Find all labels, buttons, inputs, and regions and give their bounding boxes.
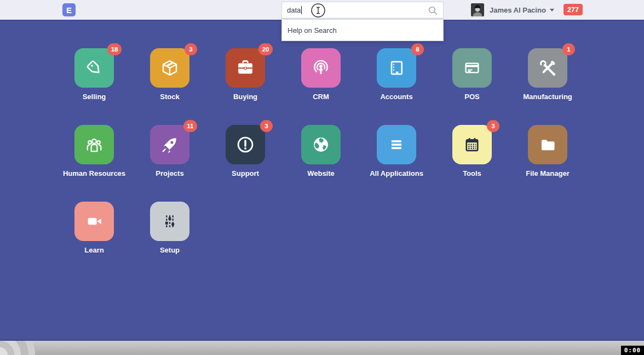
desktop-strip: [0, 341, 644, 355]
broadcast-person-icon[interactable]: [301, 48, 341, 88]
module-badge: 3: [260, 120, 273, 132]
user-menu[interactable]: James Al Pacino: [471, 0, 554, 20]
module-pos[interactable]: POS: [434, 48, 510, 101]
module-label: Tools: [463, 169, 481, 178]
module-label: Accounts: [380, 93, 412, 101]
credit-card-icon[interactable]: [452, 48, 492, 88]
wrench-screwdriver-icon[interactable]: [528, 48, 567, 88]
notification-count-badge[interactable]: 277: [564, 4, 583, 15]
module-learn[interactable]: Learn: [56, 202, 132, 254]
box-icon[interactable]: [150, 48, 189, 88]
module-label: Projects: [156, 169, 183, 178]
module-badge: 18: [107, 43, 122, 55]
module-badge: 8: [411, 43, 424, 55]
module-label: Stock: [160, 93, 179, 101]
module-accounts[interactable]: 8Accounts: [359, 48, 434, 101]
module-row: 18Selling 3Stock 20Buying CRM 8Accounts …: [56, 48, 585, 101]
module-label: Manufacturing: [523, 93, 572, 101]
calendar-icon[interactable]: [452, 125, 492, 164]
search-input-value: data: [287, 6, 301, 14]
module-label: File Manager: [526, 169, 569, 178]
module-selling[interactable]: 18Selling: [56, 48, 132, 101]
module-badge: 1: [562, 43, 575, 55]
briefcase-icon[interactable]: [226, 48, 265, 88]
rocket-icon[interactable]: [150, 125, 189, 164]
sliders-icon[interactable]: [150, 202, 189, 241]
search-input[interactable]: data: [281, 2, 444, 19]
search-icon[interactable]: [427, 5, 438, 16]
module-label: Website: [307, 169, 335, 178]
help-on-search-item[interactable]: Help on Search: [288, 26, 337, 35]
module-label: Human Resources: [63, 169, 125, 178]
tag-icon[interactable]: [74, 48, 114, 88]
module-file-manager[interactable]: File Manager: [510, 125, 585, 178]
menu-icon[interactable]: [377, 125, 416, 164]
module-stock[interactable]: 3Stock: [132, 48, 208, 101]
module-badge: 3: [185, 43, 197, 55]
module-projects[interactable]: 11Projects: [132, 125, 208, 178]
module-badge: 3: [487, 120, 499, 132]
chevron-down-icon: [550, 9, 554, 12]
module-label: Buying: [233, 93, 257, 101]
globe-icon[interactable]: [301, 125, 341, 164]
module-label: All Applications: [370, 169, 423, 178]
module-all-applications[interactable]: All Applications: [359, 125, 434, 178]
module-human-resources[interactable]: Human Resources: [56, 125, 132, 178]
module-badge: 11: [183, 120, 197, 132]
module-row: Human Resources 11Projects 3Support Webs…: [56, 125, 585, 178]
module-buying[interactable]: 20Buying: [208, 48, 283, 101]
text-caret: [301, 6, 302, 14]
recording-timer: 0:00: [621, 346, 644, 355]
module-label: Support: [232, 169, 259, 178]
people-icon[interactable]: [74, 125, 114, 164]
module-row: Learn Setup: [56, 202, 585, 254]
app-header: E data Help on Search: [0, 0, 644, 20]
module-crm[interactable]: CRM: [283, 48, 359, 101]
module-label: POS: [464, 93, 479, 101]
alert-circle-icon[interactable]: [226, 125, 265, 164]
module-support[interactable]: 3Support: [208, 125, 283, 178]
user-name: James Al Pacino: [490, 6, 546, 14]
module-manufacturing[interactable]: 1Manufacturing: [510, 48, 585, 101]
module-badge: 20: [258, 43, 273, 55]
module-grid: 18Selling 3Stock 20Buying CRM 8Accounts …: [56, 48, 585, 278]
global-search: data Help on Search: [281, 2, 444, 19]
module-label: Learn: [84, 246, 104, 254]
module-label: Setup: [160, 246, 180, 254]
user-avatar[interactable]: [471, 3, 484, 16]
module-tools[interactable]: 3Tools: [434, 125, 510, 178]
folder-icon[interactable]: [528, 125, 567, 164]
module-label: Selling: [83, 93, 106, 101]
module-setup[interactable]: Setup: [132, 202, 208, 254]
module-label: CRM: [313, 93, 329, 101]
module-website[interactable]: Website: [283, 125, 359, 178]
search-dropdown: Help on Search: [281, 19, 444, 41]
ledger-icon[interactable]: [377, 48, 416, 88]
desk-background: 18Selling 3Stock 20Buying CRM 8Accounts …: [0, 20, 644, 341]
app-logo[interactable]: E: [62, 3, 76, 16]
video-camera-icon[interactable]: [74, 202, 114, 241]
